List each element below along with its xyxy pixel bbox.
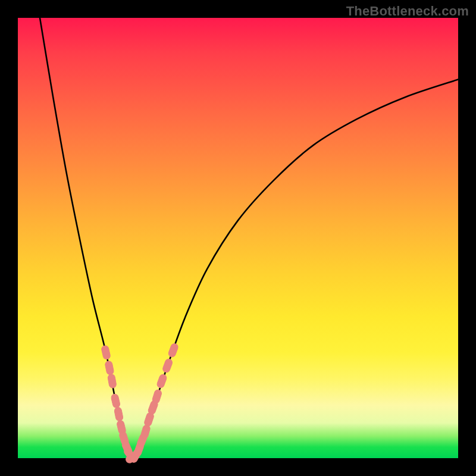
marker-layer [101, 343, 179, 464]
svg-rect-19 [168, 343, 179, 358]
watermark-text: TheBottleneck.com [346, 4, 469, 19]
chart-frame: TheBottleneck.com [0, 0, 476, 476]
svg-rect-1 [105, 361, 114, 375]
plot-area [18, 18, 458, 458]
marker-point [152, 389, 162, 405]
marker-point [101, 345, 111, 360]
marker-point [140, 424, 151, 439]
svg-rect-4 [114, 407, 123, 422]
svg-rect-3 [111, 393, 121, 408]
marker-point [162, 358, 173, 374]
chart-svg [18, 18, 458, 458]
curve-layer [40, 18, 458, 458]
marker-point [107, 374, 117, 389]
marker-point [111, 393, 121, 408]
svg-rect-16 [152, 389, 162, 405]
svg-rect-2 [107, 374, 117, 389]
bottleneck-curve [40, 18, 458, 458]
marker-point [114, 407, 123, 422]
svg-rect-18 [162, 358, 173, 374]
svg-rect-13 [140, 424, 151, 439]
marker-point [168, 343, 179, 358]
svg-rect-17 [156, 374, 167, 389]
marker-point [105, 361, 114, 375]
marker-point [156, 374, 167, 389]
svg-rect-0 [101, 345, 111, 360]
